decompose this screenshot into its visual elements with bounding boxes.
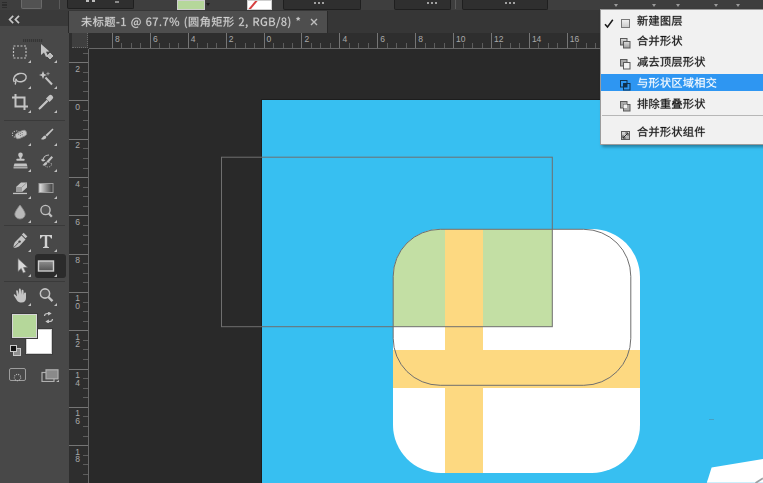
ruler-label: 2 <box>304 34 309 44</box>
tool-preset-button[interactable] <box>21 0 42 9</box>
blur-tool[interactable] <box>11 203 29 221</box>
rectangular-marquee-tool[interactable] <box>11 43 29 61</box>
ruler-tick <box>529 33 530 48</box>
ruler-label: 2 <box>74 142 82 150</box>
move-tool[interactable] <box>37 43 55 61</box>
ruler-tick <box>150 33 151 48</box>
ruler-label: 16 <box>74 410 82 425</box>
foreground-color-swatch[interactable] <box>12 314 37 339</box>
menu-item-label <box>637 15 683 33</box>
subtract-front-shape-icon <box>620 56 631 74</box>
ruler-tick <box>339 33 340 48</box>
tool-flyout-icon <box>28 196 31 199</box>
toolbar-grip[interactable] <box>23 28 43 31</box>
menu-item-subtract-front-shape[interactable] <box>601 53 763 70</box>
shape-height-field[interactable] <box>462 0 548 10</box>
ruler-label: 6 <box>380 34 385 44</box>
fill-color-swatch[interactable] <box>177 0 205 10</box>
tool-flyout-icon <box>54 169 57 172</box>
document-tab[interactable] <box>68 11 328 33</box>
options-grip-icon <box>2 2 7 4</box>
tool-mode-dropdown[interactable] <box>67 0 134 9</box>
stroke-width-field[interactable] <box>283 0 362 10</box>
tool-flyout-icon <box>54 60 57 63</box>
ruler-tick <box>188 33 189 48</box>
tool-flyout-icon <box>54 110 57 113</box>
photoshop-window: { "options_bar": { "fill_swatch_color": … <box>0 0 763 483</box>
path-operations-menu <box>600 9 763 145</box>
ruler-tick <box>112 33 113 48</box>
lasso-tool[interactable] <box>11 69 29 87</box>
ruler-tick <box>69 177 88 178</box>
combine-shapes-icon <box>620 35 631 53</box>
tool-flyout-icon <box>54 143 57 146</box>
tool-flyout-icon <box>28 86 31 89</box>
menu-item-label <box>637 56 706 74</box>
checkmark-icon <box>604 15 614 33</box>
tool-flyout-icon <box>28 60 31 63</box>
magic-wand-tool[interactable] <box>37 69 55 87</box>
eyedropper-tool[interactable] <box>37 93 55 111</box>
ruler-tick <box>226 33 227 48</box>
hand-tool[interactable] <box>11 286 29 304</box>
ruler-tick <box>453 33 454 48</box>
pen-tool[interactable] <box>11 232 29 250</box>
intersect-shape-areas-icon <box>620 77 631 95</box>
ruler-tick <box>264 33 265 48</box>
fill-dropdown-arrow-icon <box>206 3 210 6</box>
ruler-label: 2 <box>74 66 82 74</box>
menu-item-label <box>637 35 683 53</box>
menu-item-label <box>637 126 706 144</box>
ruler-label: 2 <box>229 34 234 44</box>
screen-mode-button[interactable] <box>41 368 61 381</box>
dodge-tool[interactable] <box>37 203 55 221</box>
tool-flyout-icon <box>54 86 57 89</box>
vertical-ruler[interactable]: 2024681012141618 <box>69 49 89 483</box>
toolbar-collapse-header[interactable] <box>0 10 69 26</box>
ruler-corner[interactable] <box>69 33 89 49</box>
ruler-label: 12 <box>74 334 82 349</box>
type-tool[interactable] <box>37 232 55 250</box>
tool-flyout-icon <box>28 220 31 223</box>
eraser-tool[interactable] <box>11 179 29 197</box>
menu-item-merge-shape-components[interactable] <box>601 123 763 140</box>
menu-item-exclude-overlapping-shapes[interactable] <box>601 95 763 112</box>
shape-width-field[interactable] <box>394 0 451 10</box>
tool-flyout-icon <box>54 220 57 223</box>
spot-healing-brush-tool[interactable] <box>11 126 29 144</box>
gradient-tool[interactable] <box>37 179 55 197</box>
menu-item-intersect-shape-areas[interactable] <box>601 74 763 91</box>
ruler-tick <box>377 33 378 48</box>
tool-flyout-icon <box>28 169 31 172</box>
ruler-label: 10 <box>74 295 82 310</box>
tool-flyout-icon <box>54 303 57 306</box>
ruler-label: 4 <box>74 181 82 189</box>
horizontal-cross-bar-shape <box>393 350 640 388</box>
menu-item-combine-shapes[interactable] <box>601 32 763 49</box>
menu-item-label <box>637 77 718 95</box>
quick-mask-button[interactable] <box>9 368 26 381</box>
clone-stamp-tool[interactable] <box>11 152 29 170</box>
ruler-label: 0 <box>267 34 272 44</box>
ruler-label: 6 <box>153 34 158 44</box>
menu-item-new-layer[interactable] <box>601 12 763 29</box>
zoom-tool[interactable] <box>37 286 55 304</box>
corner-white-shape <box>682 453 763 483</box>
tab-close-icon[interactable] <box>310 18 318 26</box>
ruler-label: 4 <box>342 34 347 44</box>
crop-tool[interactable] <box>11 93 29 111</box>
history-brush-tool[interactable] <box>37 152 55 170</box>
path-selection-tool[interactable] <box>11 257 29 275</box>
ruler-label: 16 <box>570 34 579 44</box>
document-canvas[interactable] <box>262 100 763 483</box>
brush-tool[interactable] <box>37 126 55 144</box>
ruler-tick <box>415 33 416 48</box>
exclude-overlapping-shapes-icon <box>620 98 631 116</box>
rectangle-tool[interactable] <box>37 257 55 275</box>
stroke-color-swatch[interactable] <box>247 0 272 10</box>
tool-flyout-icon <box>28 143 31 146</box>
ruler-label: 14 <box>532 34 541 44</box>
ruler-label: 0 <box>74 104 82 112</box>
swap-colors-icon[interactable] <box>43 312 54 323</box>
path-anchor-mark <box>709 419 714 420</box>
